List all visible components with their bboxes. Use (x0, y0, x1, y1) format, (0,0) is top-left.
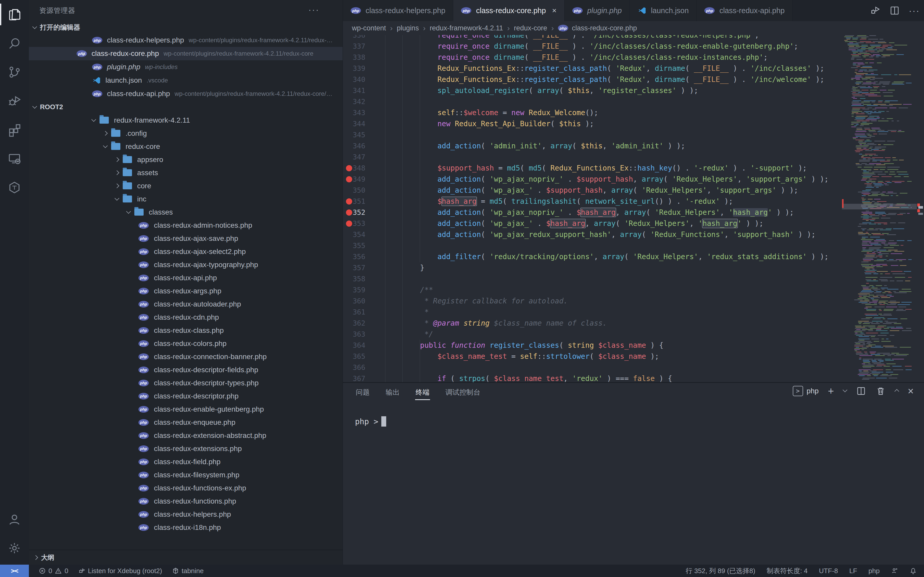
new-terminal-icon[interactable]: + (828, 386, 834, 396)
kill-terminal-icon[interactable] (876, 386, 886, 396)
activity-remote-explorer[interactable] (0, 144, 29, 173)
split-editor-icon[interactable] (889, 5, 900, 16)
close-icon[interactable]: × (79, 49, 88, 58)
feedback-status[interactable] (891, 567, 898, 574)
tree-folder-item[interactable]: assets (29, 166, 342, 179)
tree-folder-item[interactable]: appsero (29, 153, 342, 166)
code-editor[interactable]: 336 require_once dirname( __FILE__ ) . '… (343, 0, 917, 382)
eol-status[interactable]: LF (849, 567, 857, 575)
panel-tab-调试控制台[interactable]: 调试控制台 (445, 383, 481, 401)
breadcrumb-segment[interactable]: redux-framework-4.2.11 (430, 24, 503, 32)
tree-item-label: class-redux-admin-notices.php (154, 221, 252, 229)
open-editor-item[interactable]: launch.json.vscode (29, 74, 342, 87)
outline-section[interactable]: 大纲 (29, 550, 342, 565)
tree-file-item[interactable]: phpclass-redux-helpers.php (29, 508, 342, 521)
run-debug-icon[interactable] (870, 5, 880, 16)
activity-account[interactable] (0, 505, 29, 534)
editor-tab[interactable]: phpclass-redux-helpers.php (343, 0, 453, 21)
open-editor-item[interactable]: phpclass-redux-api.phpwp-content/plugins… (29, 87, 342, 100)
tree-folder-item[interactable]: core (29, 179, 342, 192)
tree-file-item[interactable]: phpclass-redux-enqueue.php (29, 416, 342, 429)
breadcrumb-segment[interactable]: class-redux-core.php (572, 24, 637, 32)
more-actions-icon[interactable]: ··· (909, 6, 920, 16)
close-icon[interactable]: × (552, 6, 557, 15)
tree-folder-item[interactable]: .config (29, 127, 342, 140)
tree-file-item[interactable]: phpclass-redux-functions.php (29, 495, 342, 508)
tree-file-item[interactable]: phpclass-redux-i18n.php (29, 521, 342, 534)
tree-folder-item[interactable]: inc (29, 192, 342, 206)
notifications-status[interactable] (909, 567, 917, 574)
breakpoint-icon[interactable] (346, 210, 352, 216)
activity-source-control[interactable] (0, 58, 29, 87)
tree-file-item[interactable]: phpclass-redux-extension-abstract.php (29, 429, 342, 442)
terminal-dropdown-icon[interactable] (843, 389, 846, 393)
activity-extensions[interactable] (0, 115, 29, 144)
activity-tabnine[interactable] (0, 173, 29, 202)
tree-file-item[interactable]: phpclass-redux-api.php (29, 271, 342, 284)
editor-scrollbar[interactable] (917, 0, 924, 382)
split-terminal-icon[interactable] (856, 386, 866, 396)
tree-file-item[interactable]: phpclass-redux-colors.php (29, 337, 342, 350)
xdebug-status[interactable]: Listen for Xdebug (root2) (78, 567, 162, 575)
tree-file-item[interactable]: phpclass-redux-descriptor-types.php (29, 376, 342, 390)
tree-file-item[interactable]: phpclass-redux-autoloader.php (29, 298, 342, 311)
maximize-panel-icon[interactable] (895, 389, 898, 393)
open-editor-item[interactable]: phpplugin.phpwp-includes (29, 60, 342, 74)
breakpoint-icon[interactable] (346, 221, 352, 227)
sidebar-more-actions-icon[interactable]: ··· (309, 5, 320, 15)
breakpoint-icon[interactable] (346, 165, 352, 171)
minimap[interactable] (842, 22, 917, 382)
editor-tab[interactable]: phpclass-redux-core.php× (453, 0, 564, 21)
breadcrumb-segment[interactable]: redux-core (514, 24, 547, 32)
panel-tab-问题[interactable]: 问题 (355, 383, 370, 401)
tree-file-item[interactable]: phpclass-redux-ajax-select2.php (29, 245, 342, 258)
editor-tab[interactable]: phpclass-redux-api.php (696, 0, 793, 21)
tree-file-item[interactable]: phpclass-redux-descriptor.php (29, 390, 342, 403)
tree-file-item[interactable]: phpclass-redux-functions-ex.php (29, 482, 342, 495)
tree-file-item[interactable]: phpclass-redux-extensions.php (29, 442, 342, 455)
tabnine-status[interactable]: tabnine (172, 567, 204, 575)
language-mode[interactable]: php (869, 567, 880, 575)
editor-tab[interactable]: launch.json (630, 0, 697, 21)
breakpoint-icon[interactable] (346, 198, 352, 205)
cursor-position[interactable]: 行 352, 列 89 (已选择8) (685, 566, 755, 575)
debug-icon (78, 567, 85, 574)
close-panel-icon[interactable]: × (908, 386, 914, 396)
tree-file-item[interactable]: phpclass-redux-ajax-typography.php (29, 258, 342, 271)
breadcrumb[interactable]: wp-content›plugins›redux-framework-4.2.1… (343, 21, 924, 35)
root-folder-header[interactable]: ROOT2 (29, 100, 342, 114)
open-editor-item[interactable]: ×phpclass-redux-core.phpwp-content/plugi… (29, 47, 342, 60)
code-line-text: } (368, 262, 424, 273)
tree-file-item[interactable]: phpclass-redux-enable-gutenberg.php (29, 403, 342, 416)
tree-file-item[interactable]: phpclass-redux-admin-notices.php (29, 219, 342, 232)
tree-file-item[interactable]: phpclass-redux-class.php (29, 324, 342, 337)
tree-file-item[interactable]: phpclass-redux-connection-banner.php (29, 350, 342, 363)
tree-file-item[interactable]: phpclass-redux-field.php (29, 455, 342, 468)
editor-tab[interactable]: phpplugin.php (565, 0, 630, 21)
tree-file-item[interactable]: phpclass-redux-descriptor-fields.php (29, 363, 342, 376)
tree-folder-item[interactable]: redux-core (29, 140, 342, 153)
activity-settings[interactable] (0, 534, 29, 562)
activity-explorer[interactable] (0, 0, 29, 29)
panel-tab-输出[interactable]: 输出 (385, 383, 400, 401)
tree-folder-item[interactable]: redux-framework-4.2.11 (29, 114, 342, 127)
tree-file-item[interactable]: phpclass-redux-args.php (29, 284, 342, 298)
open-editor-item[interactable]: phpclass-redux-helpers.phpwp-content/plu… (29, 34, 342, 47)
terminal-shell-selector[interactable]: > php (793, 386, 819, 396)
encoding-status[interactable]: UTF-8 (819, 567, 838, 575)
breakpoint-icon[interactable] (346, 176, 352, 182)
tree-file-item[interactable]: phpclass-redux-filesystem.php (29, 468, 342, 482)
remote-indicator[interactable]: >< (0, 565, 29, 577)
terminal-content[interactable]: php > (355, 416, 386, 427)
tree-file-item[interactable]: phpclass-redux-cdn.php (29, 311, 342, 324)
panel-tab-终端[interactable]: 终端 (415, 383, 430, 401)
tree-folder-item[interactable]: classes (29, 206, 342, 219)
breadcrumb-segment[interactable]: wp-content (352, 24, 386, 32)
activity-search[interactable] (0, 29, 29, 58)
indentation-status[interactable]: 制表符长度: 4 (767, 566, 808, 575)
problems-status[interactable]: 0 0 (39, 567, 68, 575)
tree-file-item[interactable]: phpclass-redux-ajax-save.php (29, 232, 342, 245)
activity-run-debug[interactable] (0, 87, 29, 115)
open-editors-header[interactable]: 打开的编辑器 (29, 21, 342, 34)
breadcrumb-segment[interactable]: plugins (397, 24, 419, 32)
